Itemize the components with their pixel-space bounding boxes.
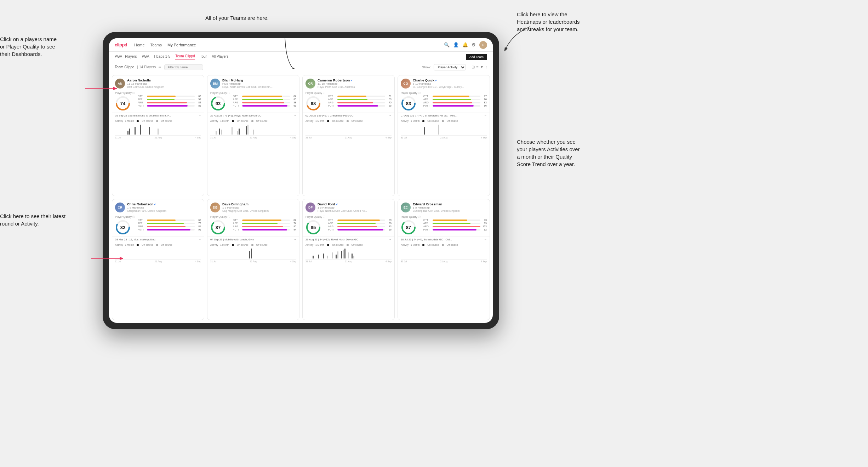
arg-row: ARG 84	[138, 101, 201, 104]
donut-chart[interactable]: 83	[401, 96, 416, 111]
filter-icon[interactable]: ▼	[480, 65, 484, 69]
player-card[interactable]: CQ Charlie Quick✔ 6-10 Handicap St. Geor…	[398, 75, 490, 196]
putt-label: PUTT	[328, 228, 336, 231]
sort-icon[interactable]: ↕	[485, 65, 487, 69]
app-value: 80	[387, 222, 392, 224]
player-name[interactable]: Chris Robertson✔	[127, 202, 201, 206]
quality-label: Player Quality ⓘ	[115, 215, 135, 219]
last-round[interactable]: 18 Jul 23 | 74 (+4), Sunningdale GC - Ol…	[398, 237, 490, 242]
app-row: APP 79	[423, 222, 487, 224]
donut-chart[interactable]: 87	[401, 220, 416, 235]
activity-label[interactable]: Activity · 1 Month On course Off course	[115, 120, 201, 122]
quality-section: Player Quality ⓘ 82 OTT 60 APP	[112, 214, 204, 237]
app-logo[interactable]: clippd	[115, 42, 127, 47]
sub-nav-tour[interactable]: Tour	[200, 55, 207, 59]
activity-label[interactable]: Activity · 1 Month On course Off course	[401, 244, 487, 246]
player-name[interactable]: Edward Crossman	[413, 202, 487, 206]
date-mid: 21 Aug	[440, 260, 447, 263]
activity-label[interactable]: Activity · 1 Month On course Off course	[115, 244, 201, 246]
date-start: 31 Jul	[401, 260, 407, 263]
verified-badge: ✔	[336, 203, 338, 206]
ott-bar	[433, 220, 468, 221]
activity-label[interactable]: Activity · 1 Month On course Off course	[305, 120, 392, 122]
donut-chart[interactable]: 87	[210, 220, 226, 235]
player-info: Dave Billingham 1-5 Handicap Sag Maging …	[222, 202, 296, 212]
donut-chart[interactable]: 82	[115, 220, 131, 235]
ott-row: OTT 61	[328, 95, 392, 97]
bell-icon[interactable]: 🔔	[462, 42, 468, 47]
on-course-legend	[327, 120, 329, 122]
nav-my-performance[interactable]: My Performance	[167, 43, 196, 47]
app-bar	[242, 223, 278, 224]
ott-label: OTT	[233, 219, 241, 221]
profile-icon[interactable]: 👤	[453, 42, 459, 47]
player-card[interactable]: AN Aaron Nicholls 11-15 Handicap Drift G…	[112, 75, 204, 196]
donut-chart[interactable]: 85	[305, 220, 321, 235]
player-name[interactable]: Cameron Robertson✔	[318, 78, 392, 82]
player-card[interactable]: BM Blair McHarg Plus Handicap Royal Nort…	[207, 75, 299, 196]
putt-value: 95	[291, 104, 296, 107]
last-round[interactable]: 03 Mar 23 | 19, Must make putting →	[112, 237, 204, 242]
last-round[interactable]: 26 Aug 23 | 73 (+1), Royal North Devon G…	[207, 113, 299, 118]
off-course-legend	[347, 120, 349, 122]
nav-teams[interactable]: Teams	[150, 43, 162, 47]
ott-bar	[337, 220, 380, 221]
quality-label-text: Player Quality ⓘ 68	[305, 91, 325, 111]
stats-bars: OTT 84 APP 85 ARG	[233, 95, 296, 108]
player-club: Royal North Devon Golf Club, United Kin.…	[222, 85, 296, 89]
date-end: 4 Sep	[481, 260, 487, 263]
quality-score: 87	[406, 225, 411, 230]
ott-bar	[242, 96, 282, 97]
settings-icon[interactable]: ⚙	[472, 42, 476, 47]
date-start: 31 Jul	[305, 136, 312, 139]
player-name[interactable]: Aaron Nicholls	[127, 78, 201, 82]
filter-input[interactable]	[164, 64, 203, 70]
quality-score: 68	[311, 101, 316, 106]
last-round[interactable]: 07 Aug 23 | 77 (+7), St George's Hill GC…	[398, 113, 490, 118]
sub-nav-team-clippd[interactable]: Team Clippd	[175, 54, 195, 59]
donut-chart[interactable]: 93	[210, 96, 226, 111]
add-team-button[interactable]: Add Team	[466, 54, 487, 60]
player-card[interactable]: DF David Ford✔ 1-5 Handicap Royal North …	[302, 199, 395, 320]
last-round[interactable]: 02 Jul 23 | 59 (+17), Craigmillar Park G…	[303, 113, 394, 118]
list-view-icon[interactable]: ≡	[476, 65, 478, 69]
chart-dates: 31 Jul 21 Aug 4 Sep	[115, 136, 201, 139]
player-card[interactable]: CR Cameron Robertson✔ 11-15 Handicap Roy…	[302, 75, 395, 196]
player-name[interactable]: David Ford✔	[318, 202, 392, 206]
player-name[interactable]: Dave Billingham	[222, 202, 296, 206]
player-card[interactable]: CR Chris Robertson✔ 1-5 Handicap Craigmi…	[112, 199, 204, 320]
last-round[interactable]: 04 Sep 23 | Mobility with coach, Gym →	[207, 237, 299, 242]
ott-bar-bg	[147, 220, 195, 221]
activity-label[interactable]: Activity · 1 Month On course Off course	[305, 244, 392, 246]
activity-label[interactable]: Activity · 1 Month On course Off course	[210, 244, 296, 246]
sub-nav-hcaps[interactable]: Hcaps 1-5	[154, 55, 171, 59]
on-course-legend	[232, 120, 234, 122]
activity-chart	[210, 247, 296, 260]
putt-row: PUTT 95	[233, 104, 296, 107]
grid-view-icon[interactable]: ⊞	[472, 65, 475, 69]
activity-label[interactable]: Activity · 1 Month On course Off course	[401, 120, 487, 122]
search-icon[interactable]: 🔍	[444, 42, 450, 47]
ott-row: OTT 73	[423, 219, 487, 221]
donut-chart[interactable]: 68	[305, 96, 321, 111]
on-course-label: On course	[237, 244, 248, 246]
player-name[interactable]: Blair McHarg	[222, 78, 296, 82]
sub-nav-pgat[interactable]: PGAT Players	[115, 55, 137, 59]
user-avatar[interactable]: U	[479, 41, 487, 49]
donut-chart[interactable]: 74	[115, 96, 131, 111]
arg-label: ARG	[328, 101, 336, 104]
off-course-label: Off course	[161, 244, 172, 246]
player-card[interactable]: EC Edward Crossman 1-5 Handicap Sunningd…	[398, 199, 490, 320]
sub-nav-pga[interactable]: PGA	[142, 55, 149, 59]
quality-section: Player Quality ⓘ 87 OTT 73 APP	[398, 214, 490, 237]
last-round[interactable]: 02 Sep 23 | Sunset round to get back int…	[112, 113, 204, 118]
putt-bar-bg	[337, 229, 385, 230]
nav-home[interactable]: Home	[134, 43, 144, 47]
show-select[interactable]: Player Activity	[434, 64, 466, 70]
last-round[interactable]: 26 Aug 23 | 84 (+12), Royal North Devon …	[303, 237, 394, 242]
sub-nav-all-players[interactable]: All Players	[212, 55, 228, 59]
edit-icon[interactable]: ✏	[159, 66, 161, 69]
player-card[interactable]: DB Dave Billingham 1-5 Handicap Sag Magi…	[207, 199, 299, 320]
activity-label[interactable]: Activity · 1 Month On course Off course	[210, 120, 296, 122]
player-name[interactable]: Charlie Quick✔	[413, 78, 487, 82]
